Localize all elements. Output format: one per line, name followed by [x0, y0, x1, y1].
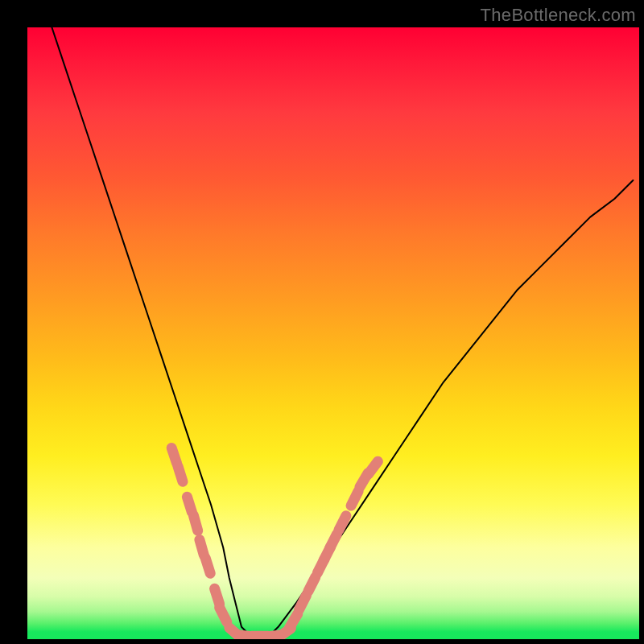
highlight-marker: [330, 535, 337, 549]
highlight-marker: [299, 596, 307, 610]
highlight-marker: [187, 497, 192, 512]
highlight-marker: [193, 515, 197, 530]
highlight-marker: [200, 539, 204, 555]
chart-svg: [27, 27, 639, 639]
marker-layer: [171, 448, 378, 639]
highlight-marker: [220, 608, 227, 622]
watermark-text: TheBottleneck.com: [481, 5, 636, 26]
highlight-marker: [171, 448, 176, 464]
highlight-marker: [351, 491, 358, 506]
highlight-marker: [290, 614, 298, 628]
bottleneck-curve-path: [52, 27, 633, 639]
highlight-marker: [205, 558, 210, 573]
plot-area: [27, 27, 639, 639]
highlight-marker: [215, 588, 220, 604]
curve-layer: [52, 27, 633, 639]
highlight-marker: [339, 516, 346, 530]
chart-frame: TheBottleneck.com: [0, 0, 644, 644]
highlight-marker: [368, 461, 378, 474]
highlight-marker: [308, 577, 316, 592]
highlight-marker: [178, 466, 183, 481]
